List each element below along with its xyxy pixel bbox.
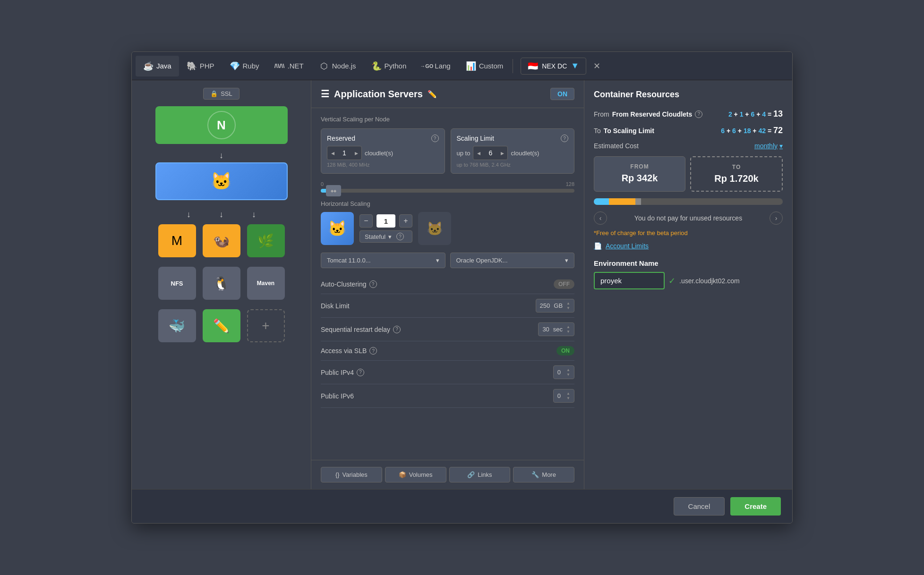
tomcat-node[interactable]: 🐱 (155, 162, 288, 200)
reserved-info: 128 MiB, 400 MHz (327, 162, 439, 168)
auto-clustering-help[interactable]: ? (369, 280, 377, 288)
maven-label: Maven (257, 280, 274, 287)
extra-node-3[interactable]: Maven (247, 267, 285, 300)
extra-node-2[interactable]: 🐧 (203, 267, 240, 300)
restart-delay-help[interactable]: ? (393, 326, 401, 333)
stateful-help-icon[interactable]: ? (396, 233, 404, 240)
docker-icon: 🐳 (169, 318, 185, 334)
h-inc-btn[interactable]: + (399, 214, 412, 228)
db-node-3[interactable]: 🌿 (247, 224, 285, 257)
scaling-dec-btn[interactable]: ◂ (473, 146, 484, 160)
tab-lang[interactable]: →GO Lang (414, 56, 458, 76)
r-num-4: 4 (762, 110, 766, 118)
extra-node-1[interactable]: NFS (158, 267, 196, 300)
scaling-inc-btn[interactable]: ▸ (497, 146, 507, 160)
region-flag: 🇮🇩 (528, 61, 538, 71)
stateful-select[interactable]: Stateful ▾ ? (359, 230, 412, 243)
ubuntu-icon: 🐧 (213, 276, 230, 291)
reserved-cloudlets-help[interactable]: ? (695, 110, 702, 118)
tab-nodejs[interactable]: ⬡ Node.js (311, 56, 364, 76)
ipv6-label: Public IPv6 (321, 392, 354, 400)
more-btn[interactable]: 🔧 More (513, 467, 574, 482)
scaling-value-input[interactable] (484, 149, 497, 157)
restart-stepper-arrows[interactable]: ▲▼ (566, 325, 570, 334)
s-total: 72 (773, 126, 783, 135)
feather-node[interactable]: ✏️ (203, 309, 240, 342)
edit-icon[interactable]: ✏️ (428, 90, 437, 99)
disk-limit-stepper[interactable]: 250 GB ▲▼ (536, 299, 574, 313)
scaling-unit: cloudlet(s) (511, 150, 539, 157)
restart-delay-stepper[interactable]: 30 sec ▲▼ (538, 322, 574, 336)
ipv4-stepper[interactable]: 0 ▲▼ (553, 365, 574, 379)
bar-seg-1 (594, 198, 609, 205)
scaling-limit-title-row: Scaling Limit ? (457, 135, 569, 142)
ipv6-stepper-arrows[interactable]: ▲▼ (566, 391, 570, 400)
h-dec-btn[interactable]: − (359, 214, 373, 228)
scaling-limit-label-wrap: To To Scaling Limit (594, 127, 654, 135)
reserved-help-icon[interactable]: ? (431, 135, 439, 142)
scaling-limit-row: To To Scaling Limit 6 + 6 + 18 + 42 = 72 (594, 126, 783, 135)
db-node-1[interactable]: M (158, 224, 196, 257)
account-limits-icon: 📄 (594, 242, 602, 250)
restart-delay-value: 30 (542, 326, 549, 333)
account-limits-link[interactable]: 📄 Account Limits (594, 242, 783, 250)
app-servers-toggle[interactable]: ON (550, 88, 574, 100)
s-plus-1: + (727, 127, 732, 135)
reserved-cloudlets-label: From Reserved Cloudlets (612, 110, 693, 118)
nginx-node[interactable]: N (155, 106, 288, 144)
ipv4-label: Public IPv4 (321, 369, 354, 376)
restart-delay-row: Sequential restart delay ? 30 sec ▲▼ (321, 318, 574, 341)
resource-bar (594, 198, 783, 205)
create-button[interactable]: Create (730, 497, 781, 516)
reserved-dec-btn[interactable]: ◂ (327, 146, 338, 160)
ipv4-stepper-arrows[interactable]: ▲▼ (566, 368, 570, 377)
r-eq: = (768, 110, 773, 118)
h-scaling-row: 🐱 − 1 + Stateful ▾ ? (321, 212, 574, 245)
env-name-input[interactable] (594, 272, 665, 289)
prev-arrow[interactable]: ‹ (594, 211, 607, 225)
ipv6-stepper[interactable]: 0 ▲▼ (553, 389, 574, 403)
slb-help[interactable]: ? (369, 347, 377, 355)
auto-clustering-row: Auto-Clustering ? OFF (321, 275, 574, 294)
disk-limit-value: 250 (540, 302, 550, 309)
arrow-down-3: ↓ (219, 210, 223, 220)
cancel-button[interactable]: Cancel (674, 497, 725, 516)
next-arrow[interactable]: › (770, 211, 783, 225)
disk-stepper-arrows[interactable]: ▲▼ (566, 301, 570, 310)
slider-thumb[interactable] (326, 185, 341, 196)
links-btn[interactable]: 🔗 Links (449, 467, 511, 482)
cost-period-selector[interactable]: monthly ▾ (754, 142, 783, 150)
docker-node[interactable]: 🐳 (158, 309, 196, 342)
reserved-inc-btn[interactable]: ▸ (351, 146, 361, 160)
tomcat-version-select[interactable]: Tomcat 11.0.0... ▾ (321, 253, 445, 268)
ipv4-label-wrap: Public IPv4 ? (321, 369, 364, 376)
scaling-limit-formula: 6 + 6 + 18 + 42 = 72 (721, 126, 783, 135)
feather-icon: ✏️ (213, 318, 230, 334)
slider-track[interactable] (321, 189, 574, 193)
variables-btn[interactable]: {} Variables (321, 467, 382, 482)
jdk-version-select[interactable]: Oracle OpenJDK... ▾ (450, 253, 575, 268)
tab-custom[interactable]: 📊 Custom (458, 56, 511, 76)
tomcat-dropdown-icon: ▾ (436, 257, 439, 264)
tab-ruby-label: Ruby (243, 62, 259, 70)
app-servers-title: Application Servers (334, 89, 423, 100)
slb-toggle[interactable]: ON (556, 346, 574, 355)
h-num-row: − 1 + (359, 214, 412, 228)
auto-clustering-toggle[interactable]: OFF (554, 279, 574, 289)
close-button[interactable]: ✕ (590, 59, 603, 73)
php-icon: 🐘 (187, 61, 197, 71)
region-selector[interactable]: 🇮🇩 NEX DC ▼ (521, 58, 586, 75)
tab-python[interactable]: 🐍 Python (364, 56, 414, 76)
db-node-2[interactable]: 🦦 (203, 224, 240, 257)
scaling-help-icon[interactable]: ? (561, 135, 568, 142)
tab-java[interactable]: ☕ Java (136, 56, 179, 76)
right-panel: Container Resources From From Reserved C… (584, 80, 792, 489)
add-node-button[interactable]: + (247, 309, 285, 342)
tab-php[interactable]: 🐘 PHP (179, 56, 222, 76)
ipv4-help[interactable]: ? (357, 369, 364, 376)
tab-ruby[interactable]: 💎 Ruby (222, 56, 267, 76)
tab-java-label: Java (156, 62, 171, 70)
tab-net[interactable]: /\\/\\ .NET (267, 56, 311, 76)
volumes-btn[interactable]: 📦 Volumes (385, 467, 446, 482)
reserved-value-input[interactable] (338, 149, 351, 157)
